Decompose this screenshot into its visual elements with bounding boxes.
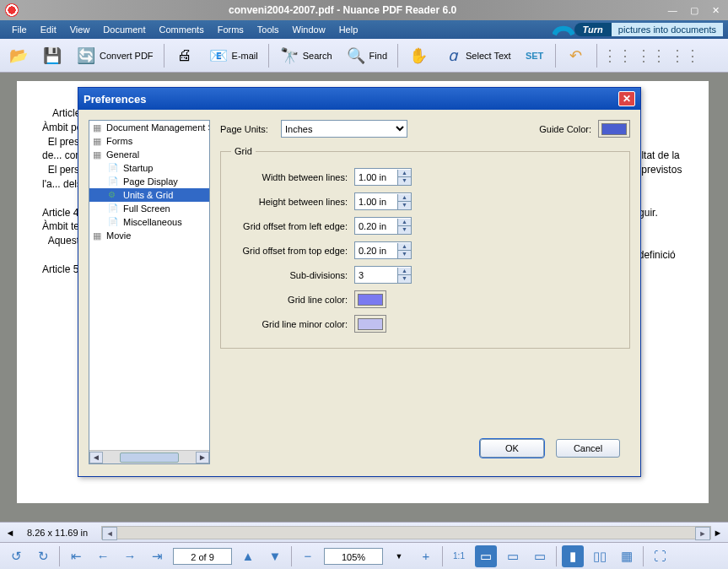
actual-size-button[interactable]: 1:1: [448, 545, 470, 567]
convert-pdf-button[interactable]: 🔄Convert PDF: [71, 42, 159, 69]
tool-extra2[interactable]: ⋮⋮: [636, 42, 666, 69]
tree-general[interactable]: General: [89, 148, 209, 161]
facing-button[interactable]: ▦: [616, 545, 638, 567]
grid-line-color-button[interactable]: [354, 290, 386, 308]
page-up-button[interactable]: ▲: [237, 545, 259, 567]
zoom-indicator[interactable]: 105%: [324, 548, 383, 565]
guide-color-button[interactable]: [598, 120, 630, 138]
tree-startup[interactable]: Startup: [89, 161, 209, 175]
tree-movie[interactable]: Movie: [89, 229, 209, 242]
page-down-button[interactable]: ▼: [264, 545, 286, 567]
dialog-close-button[interactable]: ✕: [618, 91, 635, 106]
set-tool-button[interactable]: SET: [520, 42, 550, 69]
menu-view[interactable]: View: [63, 24, 97, 35]
email-label: E-mail: [232, 51, 258, 61]
maximize-button[interactable]: ▢: [687, 4, 702, 16]
fit-visible-button[interactable]: ▭: [529, 545, 551, 567]
prev-page-button[interactable]: ←: [92, 545, 114, 567]
spin-up-icon[interactable]: ▲: [397, 268, 411, 275]
page-indicator[interactable]: 2 of 9: [173, 548, 232, 565]
undo-icon: ↶: [566, 46, 586, 66]
spin-up-icon[interactable]: ▲: [397, 243, 411, 251]
tree-forms[interactable]: Forms: [89, 134, 209, 148]
turn-promo[interactable]: Turn pictures into documents: [553, 21, 723, 38]
offset-top-input[interactable]: [355, 242, 397, 258]
rotate-ccw-button[interactable]: ↺: [5, 545, 27, 567]
offset-left-spinner[interactable]: ▲▼: [354, 217, 412, 235]
zoom-out-button[interactable]: −: [297, 545, 319, 567]
close-button[interactable]: ✕: [708, 4, 723, 16]
spin-up-icon[interactable]: ▲: [397, 170, 411, 177]
fullscreen-button[interactable]: ⛶: [649, 545, 671, 567]
cancel-button[interactable]: Cancel: [556, 439, 620, 458]
subdivisions-spinner[interactable]: ▲▼: [354, 266, 412, 284]
print-button[interactable]: 🖨: [170, 42, 200, 69]
height-between-input[interactable]: [355, 193, 397, 209]
spin-down-icon[interactable]: ▼: [397, 275, 411, 283]
undo-button[interactable]: ↶: [561, 42, 591, 69]
scroll-left-icon[interactable]: ◄: [3, 528, 17, 538]
preferences-dialog: Preferences ✕ Document Management S Form…: [78, 87, 641, 477]
tree-document-management[interactable]: Document Management S: [89, 121, 209, 134]
height-between-spinner[interactable]: ▲▼: [354, 192, 412, 210]
tree-page-display[interactable]: Page Display: [89, 175, 209, 188]
menu-edit[interactable]: Edit: [34, 24, 63, 35]
zoom-dropdown-button[interactable]: ▼: [388, 545, 410, 567]
page-units-select[interactable]: Inches: [281, 120, 407, 138]
tree-units-grid[interactable]: Units & Grid: [89, 188, 209, 202]
rotate-cw-button[interactable]: ↻: [32, 545, 54, 567]
tree-scroll-thumb[interactable]: [120, 452, 179, 463]
tree-miscellaneous[interactable]: Miscellaneous: [89, 215, 209, 229]
spin-down-icon[interactable]: ▼: [397, 251, 411, 258]
menu-document[interactable]: Document: [96, 24, 152, 35]
tree-hscrollbar[interactable]: ◄ ►: [89, 450, 209, 463]
tree-full-screen[interactable]: Full Screen: [89, 202, 209, 215]
offset-left-input[interactable]: [355, 218, 397, 234]
fit-width-button[interactable]: ▭: [502, 545, 524, 567]
spin-down-icon[interactable]: ▼: [397, 226, 411, 234]
menu-forms[interactable]: Forms: [211, 24, 251, 35]
hand-tool-button[interactable]: ✋: [403, 42, 434, 69]
menu-window[interactable]: Window: [286, 24, 332, 35]
next-page-button[interactable]: →: [119, 545, 141, 567]
tree-scroll-left-icon[interactable]: ◄: [89, 452, 103, 463]
email-button[interactable]: 📧E-mail: [203, 42, 263, 69]
continuous-button[interactable]: ▯▯: [589, 545, 611, 567]
ok-button[interactable]: OK: [480, 439, 544, 458]
spin-down-icon[interactable]: ▼: [397, 177, 411, 185]
navigation-bar: ↺ ↻ ⇤ ← → ⇥ 2 of 9 ▲ ▼ − 105% ▼ + 1:1 ▭ …: [0, 542, 728, 569]
open-button[interactable]: 📂: [3, 42, 34, 69]
guide-color-swatch: [601, 123, 627, 135]
horizontal-scrollbar[interactable]: [101, 526, 711, 539]
tool-extra1[interactable]: ⋮⋮: [602, 42, 633, 69]
find-button[interactable]: 🔍Find: [341, 42, 392, 69]
tool-extra3[interactable]: ⋮⋮: [670, 42, 700, 69]
first-page-button[interactable]: ⇤: [65, 545, 87, 567]
scroll-right-icon[interactable]: ►: [711, 528, 725, 538]
fit-page-button[interactable]: ▭: [475, 545, 497, 567]
menu-comments[interactable]: Comments: [153, 24, 211, 35]
last-page-button[interactable]: ⇥: [146, 545, 168, 567]
minimize-button[interactable]: —: [665, 4, 680, 16]
grid-minor-color-button[interactable]: [354, 315, 386, 333]
single-page-button[interactable]: ▮: [562, 545, 584, 567]
app-icon: [5, 3, 19, 17]
spin-up-icon[interactable]: ▲: [397, 219, 411, 226]
grip-icon: ⋮⋮: [675, 46, 695, 66]
select-text-button[interactable]: ɑSelect Text: [437, 42, 516, 69]
menu-tools[interactable]: Tools: [251, 24, 286, 35]
menu-file[interactable]: File: [5, 24, 34, 35]
spin-up-icon[interactable]: ▲: [397, 194, 411, 202]
spin-down-icon[interactable]: ▼: [397, 202, 411, 209]
dialog-titlebar[interactable]: Preferences ✕: [78, 88, 640, 110]
tree-scroll-right-icon[interactable]: ►: [196, 452, 209, 463]
width-between-input[interactable]: [355, 169, 397, 185]
menu-help[interactable]: Help: [332, 24, 365, 35]
width-between-spinner[interactable]: ▲▼: [354, 168, 412, 186]
save-button[interactable]: 💾: [37, 42, 67, 69]
search-button[interactable]: 🔭Search: [274, 42, 337, 69]
preferences-tree[interactable]: Document Management S Forms General Star…: [89, 120, 210, 464]
zoom-in-button[interactable]: +: [415, 545, 437, 567]
offset-top-spinner[interactable]: ▲▼: [354, 241, 412, 259]
subdivisions-input[interactable]: [355, 267, 397, 283]
